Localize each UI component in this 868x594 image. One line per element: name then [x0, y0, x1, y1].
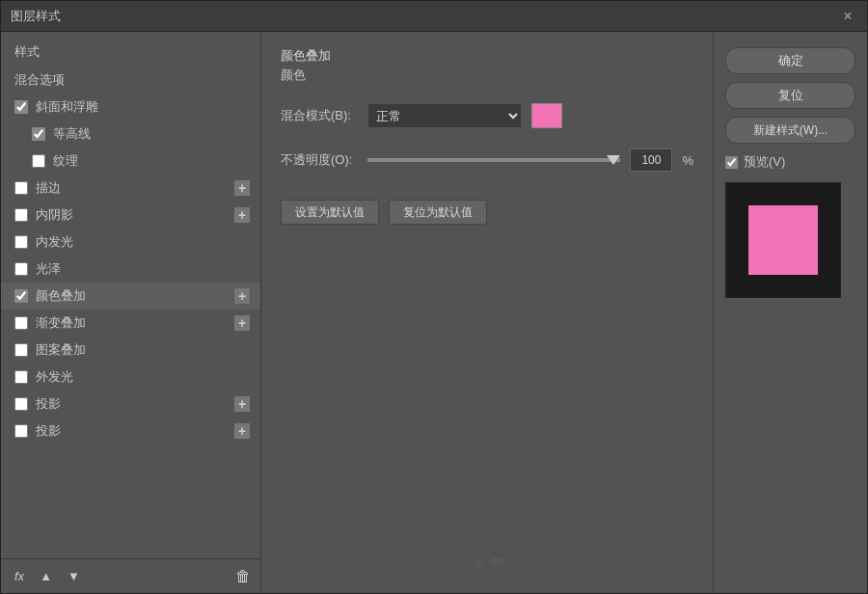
sidebar-item-satin[interactable]: 光泽 [1, 256, 260, 283]
sub-section-title: 颜色 [281, 67, 693, 84]
opacity-slider-container [367, 148, 620, 173]
svg-text:U: U [476, 557, 482, 566]
sidebar-item-bevel[interactable]: 斜面和浮雕 [1, 94, 260, 121]
logo-text: cn [491, 554, 502, 566]
reset-button[interactable]: 复位 [725, 82, 855, 109]
left-panel-content: 样式 混合选项 斜面和浮雕 等高线 纹理 [1, 32, 260, 558]
dialog: 图层样式 × 样式 混合选项 斜面和浮雕 等高线 [0, 0, 868, 594]
satin-checkbox[interactable] [14, 262, 28, 276]
fx-button[interactable]: fx [11, 567, 28, 585]
sidebar-item-pattern-overlay[interactable]: 图案叠加 [1, 337, 260, 364]
blend-mode-row: 混合模式(B): 正常 溶解 变暗 正片叠底 颜色加深 线性加深 深色 变亮 滤… [281, 103, 693, 128]
section-header: 颜色叠加 颜色 [281, 47, 693, 92]
blend-options-item[interactable]: 混合选项 [1, 67, 260, 94]
opacity-slider[interactable] [367, 158, 620, 162]
contour-checkbox[interactable] [32, 127, 45, 141]
preview-rect [748, 205, 818, 275]
bevel-checkbox[interactable] [14, 100, 28, 114]
new-style-button[interactable]: 新建样式(W)... [725, 117, 855, 144]
pattern-overlay-checkbox[interactable] [14, 343, 28, 357]
inner-shadow-add-btn[interactable]: + [233, 206, 251, 224]
sidebar-item-texture[interactable]: 纹理 [1, 148, 260, 175]
sidebar-item-inner-shadow[interactable]: 内阴影 + [1, 202, 260, 229]
sidebar-item-drop-shadow-1[interactable]: 投影 + [1, 391, 260, 418]
percent-label: % [682, 153, 693, 168]
sidebar-item-gradient-overlay[interactable]: 渐变叠加 + [1, 310, 260, 337]
reset-default-button[interactable]: 复位为默认值 [389, 200, 487, 225]
preview-label[interactable]: 预览(V) [744, 153, 785, 171]
color-swatch[interactable] [531, 103, 562, 128]
action-buttons-row: 设置为默认值 复位为默认值 [281, 200, 693, 225]
preview-checkbox[interactable] [725, 156, 738, 169]
gradient-overlay-checkbox[interactable] [14, 316, 28, 330]
opacity-input[interactable] [630, 148, 672, 172]
drop-shadow2-add-btn[interactable]: + [233, 422, 251, 440]
blend-mode-select[interactable]: 正常 溶解 变暗 正片叠底 颜色加深 线性加深 深色 变亮 滤色 颜色减淡 线性… [367, 103, 522, 128]
delete-button[interactable]: 🗑 [235, 568, 251, 585]
preview-checkbox-row: 预览(V) [725, 153, 855, 171]
outer-glow-checkbox[interactable] [14, 370, 28, 384]
style-label: 样式 [1, 38, 260, 67]
move-up-button[interactable]: ▲ [36, 567, 56, 585]
bottom-toolbar: fx ▲ ▼ 🗑 [1, 558, 260, 593]
color-overlay-checkbox[interactable] [14, 289, 28, 303]
dialog-body: 样式 混合选项 斜面和浮雕 等高线 纹理 [1, 32, 867, 593]
texture-checkbox[interactable] [32, 154, 45, 168]
ok-button[interactable]: 确定 [725, 47, 855, 74]
right-panel: 确定 复位 新建样式(W)... 预览(V) [713, 32, 867, 593]
sidebar-item-color-overlay[interactable]: 颜色叠加 + [1, 283, 260, 310]
title-bar: 图层样式 × [1, 1, 867, 32]
drop-shadow2-checkbox[interactable] [14, 424, 28, 438]
opacity-label: 不透明度(O): [281, 151, 358, 169]
sidebar-item-outer-glow[interactable]: 外发光 [1, 364, 260, 391]
left-panel: 样式 混合选项 斜面和浮雕 等高线 纹理 [1, 32, 261, 593]
inner-shadow-checkbox[interactable] [14, 208, 28, 222]
logo-icon: U [472, 553, 487, 568]
sidebar-item-contour[interactable]: 等高线 [1, 121, 260, 148]
sidebar-item-stroke[interactable]: 描边 + [1, 175, 260, 202]
bottom-logo: U cn [281, 543, 693, 578]
opacity-row: 不透明度(O): % [281, 148, 693, 173]
blend-mode-label: 混合模式(B): [281, 107, 358, 124]
gradient-overlay-add-btn[interactable]: + [233, 314, 251, 332]
set-default-button[interactable]: 设置为默认值 [281, 200, 379, 225]
sidebar-item-inner-glow[interactable]: 内发光 [1, 229, 260, 256]
preview-area [725, 182, 841, 298]
move-down-button[interactable]: ▼ [64, 567, 84, 585]
sidebar-item-drop-shadow-2[interactable]: 投影 + [1, 418, 260, 445]
drop-shadow1-checkbox[interactable] [14, 397, 28, 411]
stroke-checkbox[interactable] [14, 181, 28, 195]
drop-shadow1-add-btn[interactable]: + [233, 395, 251, 413]
color-overlay-add-btn[interactable]: + [233, 287, 251, 305]
section-title: 颜色叠加 [281, 47, 693, 65]
inner-glow-checkbox[interactable] [14, 235, 28, 249]
dialog-title: 图层样式 [11, 8, 61, 25]
middle-panel: 颜色叠加 颜色 混合模式(B): 正常 溶解 变暗 正片叠底 颜色加深 线性加深… [261, 32, 713, 593]
close-button[interactable]: × [838, 7, 857, 26]
stroke-add-btn[interactable]: + [233, 179, 251, 197]
